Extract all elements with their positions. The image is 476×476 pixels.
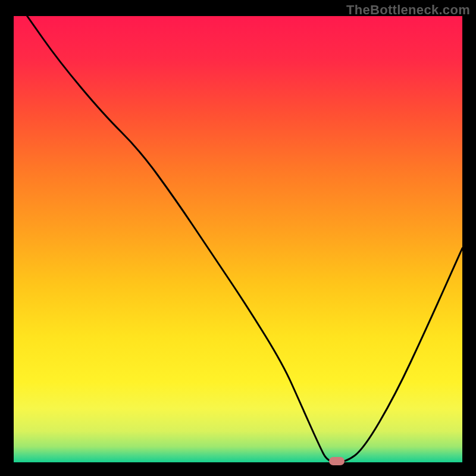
chart-frame: TheBottleneck.com bbox=[0, 0, 476, 476]
optimal-point-marker bbox=[329, 457, 345, 465]
chart-svg bbox=[14, 16, 462, 462]
watermark-text: TheBottleneck.com bbox=[346, 2, 470, 18]
plot-area bbox=[14, 16, 462, 462]
